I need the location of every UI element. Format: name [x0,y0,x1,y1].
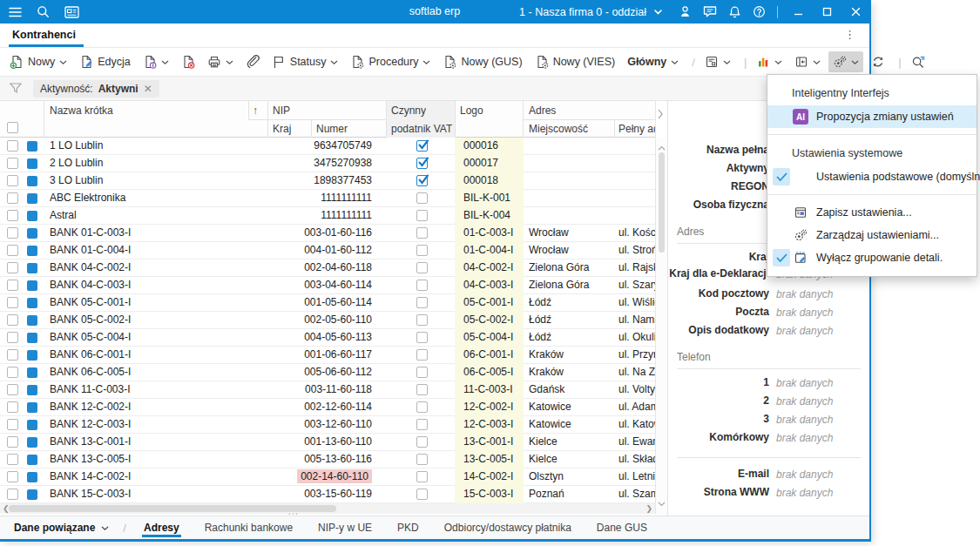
vat-checkbox[interactable] [416,489,428,500]
toolbar-button-nowy[interactable]: Nowy [5,51,71,72]
vat-checkbox[interactable] [416,384,428,395]
detail-field-value[interactable]: brak danych [776,288,833,300]
maximize-button[interactable] [818,0,835,24]
detail-field-value[interactable]: brak danych [776,377,833,389]
vat-checkbox[interactable] [416,280,428,291]
table-row[interactable]: BANK 12-C-003-I003-12-60-11012-C-003-IKa… [0,416,655,434]
bottom-tab-nip-y-w-ue[interactable]: NIP-y w UE [318,516,372,540]
table-row[interactable]: 3 LO Lublin1898377453000018 [0,172,655,190]
bottom-tab-dane-gus[interactable]: Dane GUS [597,516,647,540]
chat-icon[interactable] [703,5,717,18]
detail-field-value[interactable]: brak danych [776,395,833,408]
column-header-vat-line2[interactable]: podatnik VAT [391,123,452,135]
table-row[interactable]: BANK 13-C-005-I005-13-60-11613-C-005-IKi… [0,451,655,468]
minimize-button[interactable] [789,0,807,24]
filter-remove-icon[interactable]: ✕ [144,83,152,95]
bottom-tab-pkd[interactable]: PKD [397,516,419,540]
splitter-drag-handle[interactable]: ⋯ [287,508,299,520]
bottom-tab-odbiorcy-dostawcy-płatnika[interactable]: Odbiorcy/dostawcy płatnika [444,516,571,540]
row-select-checkbox[interactable] [7,384,18,395]
detail-field-value[interactable]: brak danych [776,307,833,319]
toolbar-button-printer[interactable] [203,51,238,72]
scroll-columns-right-icon[interactable] [657,108,664,124]
table-row[interactable]: BANK 05-C-002-I002-05-60-11005-C-002-IŁó… [0,312,655,329]
toolbar-button-doc-info[interactable] [139,51,173,72]
row-select-checkbox[interactable] [7,175,18,186]
table-row[interactable]: ABC Elektronika1111111111BIL-K-001 [0,190,655,207]
toolbar-button-refresh[interactable] [867,51,889,72]
column-header-full-address[interactable]: Pełny adr [618,123,655,135]
vat-checkbox[interactable] [416,175,428,186]
vat-checkbox[interactable] [416,210,428,221]
row-select-checkbox[interactable] [7,349,18,361]
menu-item-ustawienia-podstawowe-domyślny[interactable]: Ustawienia podstawowe (domyślny) [767,165,977,188]
column-group-nip[interactable]: NIP [273,104,290,117]
vat-checkbox[interactable] [416,140,428,152]
row-select-checkbox[interactable] [7,401,18,413]
table-row[interactable]: BANK 04-C-002-I002-04-60-11804-C-002-IZi… [0,260,655,277]
row-select-checkbox[interactable] [7,192,18,204]
vat-checkbox[interactable] [416,367,428,378]
row-select-checkbox[interactable] [7,140,18,152]
row-select-checkbox[interactable] [7,314,18,326]
horizontal-scrollbar[interactable]: ❮ ❯ [0,503,655,514]
hamburger-menu-icon[interactable] [9,7,22,17]
column-header-city[interactable]: Miejscowość [529,123,588,135]
detail-field-value[interactable]: brak danych [776,487,833,499]
table-row[interactable]: BANK 13-C-001-I001-13-60-11013-C-001-IKi… [0,434,655,451]
row-select-checkbox[interactable] [7,367,18,378]
row-select-checkbox[interactable] [7,297,18,308]
scroll-down-icon[interactable] [658,495,666,510]
bottom-tab-adresy[interactable]: Adresy [144,516,179,540]
toolbar-button-nowy-vies[interactable]: Nowy (VIES) [531,51,620,72]
table-row[interactable]: Astral1111111111BIL-K-004 [0,207,655,225]
table-row[interactable]: BANK 12-C-002-I002-12-60-11412-C-002-IKa… [0,399,655,416]
toolbar-button-doc-delete[interactable] [177,51,199,72]
row-select-checkbox[interactable] [7,280,18,291]
scroll-right-icon[interactable]: ❯ [645,503,652,514]
column-header-numer[interactable]: Numer [316,123,348,135]
vat-checkbox[interactable] [416,227,428,239]
row-select-checkbox[interactable] [7,262,18,273]
table-row[interactable]: BANK 05-C-004-I004-05-60-11305-C-004-IŁó… [0,329,655,347]
vat-checkbox[interactable] [416,245,428,256]
bell-icon[interactable] [728,5,741,19]
table-row[interactable]: BANK 14-C-002-I002-14-60-11014-C-002-IOl… [0,468,655,486]
detail-field-value[interactable]: brak danych [776,414,833,426]
vat-checkbox[interactable] [416,436,428,448]
vertical-scroll-thumb[interactable] [659,152,665,253]
vat-checkbox[interactable] [416,471,428,482]
vat-checkbox[interactable] [416,349,428,361]
toolbar-button-paperclip[interactable] [241,51,264,72]
row-select-checkbox[interactable] [7,332,18,343]
row-select-checkbox[interactable] [7,210,18,221]
related-data-selector[interactable]: Dane powiązane [14,522,109,534]
menu-item-zarządzaj-ustawieniami[interactable]: Zarządzaj ustawieniami... [767,224,977,246]
news-card-icon[interactable] [64,6,79,18]
toolbar-button-gears[interactable] [828,51,863,72]
table-row[interactable]: BANK 01-C-003-I003-01-60-11601-C-003-IWr… [0,225,655,242]
vat-checkbox[interactable] [416,192,428,204]
detail-field-value[interactable]: brak danych [776,325,833,337]
more-options-icon[interactable]: ⋮ [844,28,855,41]
vat-checkbox[interactable] [416,297,428,308]
menu-item-zapisz-ustawienia[interactable]: Zapisz ustawienia... [767,201,977,224]
toolbar-button-chart[interactable] [752,51,787,72]
search-icon[interactable] [37,5,50,18]
table-row[interactable]: 2 LO Lublin3475270938000017 [0,155,655,172]
detail-field-value[interactable]: brak danych [776,468,833,481]
toolbar-button-edycja[interactable]: Edycja [75,51,135,72]
row-select-checkbox[interactable] [7,471,18,482]
row-select-checkbox[interactable] [7,419,18,430]
vat-checkbox[interactable] [416,419,428,430]
bottom-tab-rachunki-bankowe[interactable]: Rachunki bankowe [205,516,293,540]
vat-checkbox[interactable] [416,262,428,273]
tab-kontrahenci[interactable]: Kontrahenci [12,29,76,41]
vat-checkbox[interactable] [416,332,428,343]
table-row[interactable]: BANK 04-C-003-I003-04-60-11404-C-003-IZi… [0,277,655,294]
table-row[interactable]: BANK 11-C-003-I003-11-60-11811-C-003-IGd… [0,381,655,399]
row-select-checkbox[interactable] [7,158,18,169]
row-select-checkbox[interactable] [7,227,18,239]
table-row[interactable]: BANK 06-C-005-I005-06-60-11206-C-005-IKr… [0,364,655,381]
toolbar-button-layout[interactable] [700,51,735,72]
